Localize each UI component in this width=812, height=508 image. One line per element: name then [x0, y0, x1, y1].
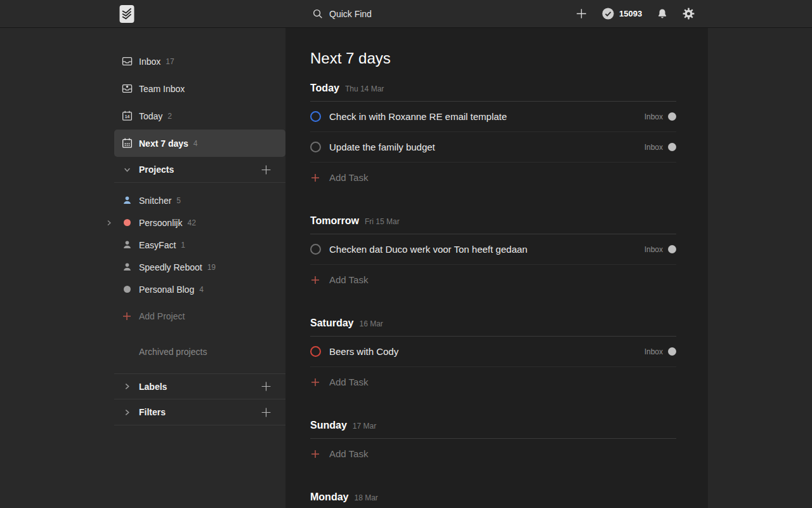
task-complete-circle[interactable]: [310, 244, 321, 255]
add-task-button[interactable]: Add Task: [310, 163, 676, 192]
chevron-down-icon: [121, 163, 133, 176]
task-title: Beers with Cody: [329, 346, 398, 357]
chevron-right-icon: [121, 380, 133, 393]
task-project-dot: [668, 245, 676, 253]
sidebar-item-count: 2: [167, 112, 172, 121]
expand-chevron-icon[interactable]: [106, 220, 112, 226]
project-name: Speedly Reboot: [139, 262, 202, 272]
add-task-label: Add Task: [329, 377, 368, 387]
filters-header-label: Filters: [139, 407, 166, 417]
karma-button[interactable]: 15093: [601, 0, 642, 27]
task-row[interactable]: Beers with Cody Inbox: [310, 337, 676, 367]
sidebar-item-label: Team Inbox: [139, 84, 185, 94]
project-name: EasyFact: [139, 240, 176, 250]
add-project-plus-icon[interactable]: [261, 164, 272, 175]
day-section-header: Saturday16 Mar: [310, 318, 676, 337]
sidebar-item-next-7-days[interactable]: Next 7 days 4: [114, 130, 285, 157]
plus-icon: [310, 173, 320, 183]
search-icon: [311, 8, 324, 20]
sidebar-project-item[interactable]: Personal Blog 4: [114, 278, 285, 300]
project-name: Personal Blog: [139, 284, 194, 295]
project-color-dot: [124, 286, 131, 293]
date-label: 16 Mar: [359, 319, 383, 328]
project-color-dot: [124, 219, 131, 226]
day-label: Monday: [310, 491, 348, 502]
task-project-label: Inbox: [645, 112, 663, 121]
filters-section-header[interactable]: Filters: [114, 399, 285, 425]
section-list: TodayThu 14 Mar Check in with Roxanne RE…: [310, 83, 676, 508]
calendar-week-icon: [121, 137, 133, 150]
task-project-label: Inbox: [645, 347, 663, 356]
quick-find-label: Quick Find: [329, 9, 372, 19]
gear-icon: [683, 8, 695, 20]
settings-button[interactable]: [683, 0, 695, 27]
sidebar-item-label: Inbox: [139, 57, 160, 67]
add-task-label: Add Task: [329, 274, 368, 285]
date-label: Thu 14 Mar: [345, 84, 384, 93]
archived-projects-link[interactable]: Archived projects: [114, 342, 285, 361]
day-label: Saturday: [310, 318, 353, 328]
labels-section-header[interactable]: Labels: [114, 373, 285, 399]
task-complete-circle[interactable]: [310, 111, 321, 122]
karma-check-icon: [601, 7, 615, 20]
task-row[interactable]: Update the family budget Inbox: [310, 132, 676, 163]
add-label-plus-icon[interactable]: [261, 381, 272, 392]
labels-header-label: Labels: [139, 382, 167, 392]
task-row[interactable]: Checken dat Duco werk voor Ton heeft ged…: [310, 234, 676, 265]
task-title: Check in with Roxanne RE email template: [329, 111, 507, 122]
inbox-icon: [121, 55, 133, 68]
add-task-button[interactable]: Add Task: [310, 439, 676, 469]
add-task-button[interactable]: Add Task: [310, 265, 676, 295]
sidebar-item-label: Today: [139, 111, 162, 121]
page-title: Next 7 days: [310, 50, 676, 67]
day-section: Saturday16 Mar Beers with Cody Inbox Add…: [310, 318, 676, 397]
plus-icon: [310, 377, 320, 387]
plus-icon: [121, 310, 133, 323]
task-project-label: Inbox: [645, 143, 663, 152]
project-count: 42: [187, 218, 195, 227]
sidebar-item-team-inbox[interactable]: Team Inbox: [114, 75, 285, 102]
notifications-button[interactable]: [657, 0, 668, 27]
team-inbox-icon: [121, 83, 133, 95]
task-row[interactable]: Check in with Roxanne RE email template …: [310, 102, 676, 132]
sidebar-project-item[interactable]: EasyFact 1: [114, 234, 285, 256]
task-complete-circle[interactable]: [310, 346, 321, 357]
day-label: Tomorrow: [310, 215, 359, 226]
add-task-topbar-button[interactable]: [575, 0, 588, 27]
sidebar-item-today[interactable]: 14 Today 2: [114, 102, 285, 130]
sidebar-item-count: 17: [166, 57, 174, 66]
date-label: Fri 15 Mar: [365, 217, 400, 226]
project-count: 19: [207, 263, 216, 272]
sidebar-project-item[interactable]: Speedly Reboot 19: [114, 256, 285, 278]
task-project-dot: [668, 112, 676, 121]
add-filter-plus-icon[interactable]: [261, 407, 272, 418]
add-project-button[interactable]: Add Project: [114, 307, 285, 326]
task-project-dot: [668, 143, 676, 151]
project-count: 5: [176, 196, 181, 205]
add-task-label: Add Task: [329, 448, 368, 459]
calendar-today-icon: 14: [121, 110, 133, 123]
svg-text:14: 14: [124, 114, 129, 119]
karma-count: 15093: [619, 9, 642, 18]
quick-find-button[interactable]: Quick Find: [311, 0, 372, 27]
sidebar-item-count: 4: [193, 139, 198, 148]
day-section-header: TodayThu 14 Mar: [310, 83, 676, 102]
project-name: Snitcher: [139, 196, 171, 206]
sidebar-item-inbox[interactable]: Inbox 17: [114, 48, 285, 75]
add-project-label: Add Project: [139, 311, 185, 321]
date-label: 18 Mar: [354, 493, 377, 502]
task-complete-circle[interactable]: [310, 142, 321, 152]
day-section-header: Monday18 Mar: [310, 491, 676, 508]
task-project-dot: [668, 347, 676, 356]
plus-icon: [575, 7, 588, 20]
sidebar-project-item[interactable]: Persoonlijk 42: [114, 211, 285, 234]
sidebar-item-label: Next 7 days: [139, 138, 188, 149]
task-project-label: Inbox: [645, 245, 663, 254]
projects-section-header[interactable]: Projects: [114, 157, 285, 183]
plus-icon: [310, 275, 320, 285]
add-task-button[interactable]: Add Task: [310, 367, 676, 397]
project-count: 1: [181, 241, 185, 250]
task-title: Checken dat Duco werk voor Ton heeft ged…: [329, 244, 527, 255]
sidebar-project-item[interactable]: Snitcher 5: [114, 189, 285, 211]
task-title: Update the family budget: [329, 142, 435, 152]
